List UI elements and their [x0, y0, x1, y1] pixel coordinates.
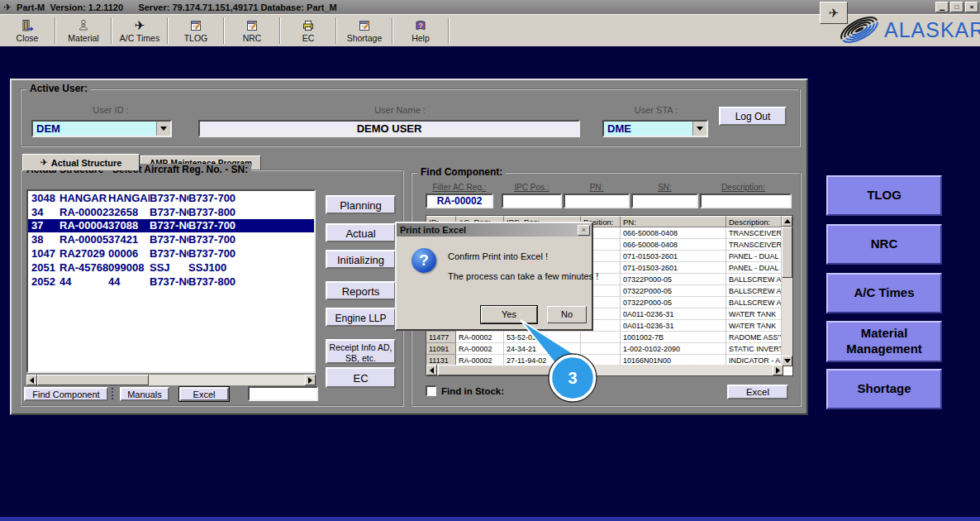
toolbar-separator: [448, 17, 450, 44]
toolbar-separator: [392, 17, 393, 44]
dialog-message-line1: Confirm Print into Excel !: [448, 251, 548, 261]
dialog-close-icon[interactable]: ×: [578, 225, 590, 236]
dialog-title-bar[interactable]: Print into Excel ×: [397, 223, 592, 237]
toolbar-material-button[interactable]: Material: [59, 15, 107, 46]
filter-ipc-pos-input[interactable]: [502, 194, 562, 208]
toolbar-ec-button[interactable]: EC: [284, 15, 332, 46]
filter-ipc-pos-label: IPC Pos.:: [497, 183, 567, 192]
toolbar-tlog-button[interactable]: TLOG: [172, 15, 220, 46]
sidebar-material-management-button[interactable]: Material Management: [826, 321, 942, 362]
aircraft-row-selected[interactable]: 37RA-0000437088B737-NGB737-700: [28, 219, 314, 233]
find-component-button[interactable]: Find Component: [24, 387, 108, 401]
scroll-right-icon[interactable]: [773, 365, 783, 375]
sidebar-tlog-button[interactable]: TLOG: [826, 175, 942, 216]
excel-button-left[interactable]: Excel: [179, 387, 229, 401]
toolbar-actimes-button[interactable]: ✈ A/C Times: [116, 15, 164, 46]
svg-text:?: ?: [418, 21, 422, 29]
restore-button[interactable]: □: [950, 2, 963, 12]
toolbar-button-label: Material: [68, 33, 98, 43]
actual-button[interactable]: Actual: [326, 223, 396, 242]
chevron-down-icon[interactable]: [692, 122, 706, 136]
sidebar-nrc-button[interactable]: NRC: [826, 224, 942, 265]
excel-button-right[interactable]: Excel: [727, 385, 788, 399]
toolbar-button-label: A/C Times: [120, 33, 159, 43]
aircraft-list[interactable]: 3048HANGARHANGARB737-NGB737-700 34RA-000…: [26, 189, 316, 373]
toolbar-shortage-button[interactable]: Shortage: [340, 15, 388, 46]
reports-button[interactable]: Reports: [326, 281, 396, 300]
table-vscrollbar[interactable]: [782, 216, 792, 366]
dialog-message-line2: The process can take a few minutes !: [448, 271, 598, 281]
toolbar-button-label: NRC: [243, 33, 262, 43]
sidebar-shortage-button[interactable]: Shortage: [826, 369, 942, 409]
notepad-pencil-icon: [245, 18, 259, 32]
aircraft-row[interactable]: 34RA-0000232658B737-NGB737-800: [28, 205, 314, 219]
find-in-stock-checkbox[interactable]: [426, 385, 436, 396]
scroll-left-icon[interactable]: [26, 375, 37, 385]
ec-button[interactable]: EC: [326, 367, 396, 388]
airplane-icon: ✈: [40, 157, 48, 168]
toolbar-nrc-button[interactable]: NRC: [228, 15, 276, 46]
filter-description-input[interactable]: [700, 194, 792, 208]
toolbar-separator: [111, 17, 112, 44]
manuals-button[interactable]: Manuals: [120, 387, 169, 401]
filter-sn-input[interactable]: [631, 194, 698, 208]
toolbar-separator: [55, 17, 56, 44]
exit-door-icon: [21, 18, 34, 32]
printer-icon: [302, 18, 315, 32]
scroll-thumb[interactable]: [37, 375, 149, 385]
aircraft-hscrollbar[interactable]: [26, 375, 316, 385]
yes-button[interactable]: Yes: [481, 306, 537, 323]
aircraft-row[interactable]: 1047RA2702900006B737-NGB737-700: [28, 246, 314, 260]
toolbar-button-label: Close: [17, 33, 39, 43]
filter-pn-input[interactable]: [564, 194, 630, 208]
toolbar-help-button[interactable]: ? Help: [397, 15, 445, 46]
notepad-pencil-icon: [358, 18, 371, 32]
logo-swoosh-icon: [836, 16, 884, 44]
aircraft-row[interactable]: 38RA-0000537421B737-NGB737-700: [28, 232, 314, 246]
toolbar-separator: [335, 17, 337, 44]
scroll-right-icon[interactable]: [305, 375, 316, 385]
airplane-icon: ✈: [135, 18, 145, 32]
minimize-button[interactable]: ▁: [935, 2, 949, 12]
sidebar-actimes-button[interactable]: A/C Times: [826, 273, 942, 313]
engine-llp-button[interactable]: Engine LLP: [326, 308, 396, 327]
dialog-title: Print into Excel: [400, 225, 578, 235]
scroll-left-icon[interactable]: [426, 365, 437, 375]
table-hscrollbar[interactable]: [426, 365, 783, 375]
user-name-label: User Name :: [301, 105, 499, 115]
aircraft-row[interactable]: 3048HANGARHANGARB737-NGB737-700: [28, 191, 314, 205]
toolbar-separator: [279, 17, 281, 44]
aircraft-row[interactable]: 20524444B737-NGB737-800: [28, 275, 314, 289]
toolbar-button-label: TLOG: [184, 33, 208, 43]
scroll-up-icon[interactable]: [782, 216, 792, 227]
user-name-field: DEMO USER: [198, 120, 580, 137]
table-row[interactable]: 11477RA-0000253-52-01-031001002-7BRADOME…: [426, 332, 782, 343]
bottom-input[interactable]: [248, 386, 318, 401]
scroll-thumb[interactable]: [782, 227, 792, 278]
no-button[interactable]: No: [547, 306, 587, 323]
tab-actual-structure[interactable]: ✈ Actual Structure: [22, 154, 140, 170]
initializing-button[interactable]: Initializing: [326, 250, 396, 269]
active-user-group: [20, 88, 800, 146]
receipt-info-button[interactable]: Receipt Info AD, SB, etc.: [326, 339, 396, 364]
chevron-down-icon[interactable]: [156, 122, 170, 136]
aircraft-row[interactable]: 2051RA-45768099008SSJSSJ100: [28, 260, 314, 275]
scroll-thumb[interactable]: [438, 365, 592, 375]
user-id-combo[interactable]: DEM: [31, 120, 172, 137]
toolbar-button-label: Help: [412, 33, 430, 43]
find-in-stock-label: Find in Stock:: [441, 386, 504, 396]
filter-ac-reg-label: Filter AC Reg.:: [421, 183, 498, 192]
toolbar-button-label: EC: [302, 33, 315, 43]
user-id-value: DEM: [33, 122, 156, 136]
close-window-button[interactable]: ×: [965, 2, 978, 12]
user-sta-combo[interactable]: DME: [602, 120, 708, 137]
table-row[interactable]: 11091RA-0000224-34-211-002-0102-2090STAT…: [426, 343, 782, 355]
planning-button[interactable]: Planning: [326, 195, 396, 214]
filter-ac-reg-input[interactable]: RA-00002: [426, 194, 493, 208]
logout-button[interactable]: Log Out: [719, 107, 787, 126]
alaskar-logo: ALASKAR: [836, 16, 980, 44]
person-icon: [77, 18, 90, 32]
logo-text: ALASKAR: [884, 18, 980, 42]
toolbar-close-button[interactable]: Close: [3, 15, 51, 46]
bottom-strip: [0, 517, 980, 521]
